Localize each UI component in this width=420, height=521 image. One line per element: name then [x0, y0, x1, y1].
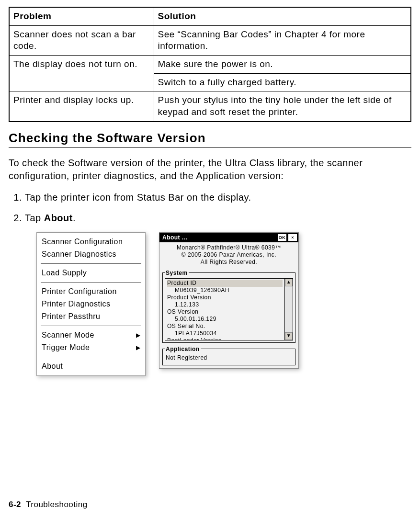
chevron-right-icon: ▶ [136, 344, 140, 351]
menu-label: Printer Configuration [42, 287, 117, 296]
menu-label: Printer Diagnostics [42, 300, 110, 308]
table-cell: Switch to a fully charged battery. [154, 73, 411, 91]
menu-item-printer-passthru[interactable]: Printer Passthru [37, 310, 145, 323]
menu-item-scanner-configuration[interactable]: Scanner Configuration [37, 236, 145, 248]
table-cell: Push your stylus into the tiny hole unde… [154, 91, 411, 122]
system-row[interactable]: 5.00.01.16.129 [167, 316, 283, 323]
about-header-line: All Rights Reserved. [162, 259, 295, 266]
about-titlebar: About ... OK × [159, 233, 298, 242]
ok-button[interactable]: OK [277, 234, 287, 241]
system-group: System Product IDM06039_126390AHProduct … [162, 270, 295, 343]
scrollbar[interactable]: ▲ ▼ [284, 279, 293, 340]
menu-label: Printer Passthru [42, 312, 100, 321]
menu-item-scanner-mode[interactable]: Scanner Mode▶ [37, 329, 145, 341]
page-number: 6-2 [9, 500, 21, 509]
page-footer: 6-2 Troubleshooting [9, 500, 88, 510]
table-cell: The display does not turn on. [9, 56, 154, 91]
menu-label: Scanner Mode [42, 331, 94, 340]
menu-item-trigger-mode[interactable]: Trigger Mode▶ [37, 341, 145, 354]
section-rule [9, 147, 411, 148]
menu-label: Load Supply [42, 269, 87, 277]
section-heading: Checking the Software Version [9, 131, 411, 146]
system-row[interactable]: 1PLA17J50034 [167, 330, 283, 337]
table-cell: Scanner does not scan a bar code. [9, 25, 154, 55]
about-dialog: About ... OK × Monarch® Pathfinder® Ultr… [159, 232, 299, 369]
about-header-line: Monarch® Pathfinder® Ultra® 6039™ [162, 244, 295, 251]
troubleshooting-table: Problem Solution Scanner does not scan a… [9, 7, 411, 122]
printer-context-menu: Scanner Configuration Scanner Diagnostic… [36, 232, 146, 376]
system-row[interactable]: Product ID [167, 280, 283, 287]
about-title: About ... [162, 234, 187, 241]
menu-label: About [42, 362, 63, 371]
table-cell: See “Scanning Bar Codes” in Chapter 4 fo… [154, 25, 411, 55]
system-row[interactable]: 1.12.133 [167, 301, 283, 308]
col-solution: Solution [154, 7, 411, 25]
about-header: Monarch® Pathfinder® Ultra® 6039™ © 2005… [159, 242, 298, 269]
application-value: Not Registered [163, 352, 295, 365]
system-row[interactable]: OS Serial No. [167, 323, 283, 330]
application-group: Application Not Registered [162, 346, 295, 365]
menu-item-load-supply[interactable]: Load Supply [37, 267, 145, 279]
menu-item-scanner-diagnostics[interactable]: Scanner Diagnostics [37, 248, 145, 260]
menu-item-printer-configuration[interactable]: Printer Configuration [37, 285, 145, 298]
menu-item-printer-diagnostics[interactable]: Printer Diagnostics [37, 298, 145, 310]
step-2: Tap About. [25, 212, 411, 225]
menu-label: Scanner Diagnostics [42, 250, 116, 259]
system-row[interactable]: Product Version [167, 294, 283, 301]
steps-list: Tap the printer icon from Status Bar on … [9, 191, 411, 225]
step-bold: About [44, 213, 73, 223]
table-cell: Printer and display locks up. [9, 91, 154, 122]
system-row[interactable]: OS Version [167, 308, 283, 316]
menu-label: Trigger Mode [42, 343, 90, 352]
col-problem: Problem [9, 7, 154, 25]
about-header-line: © 2005-2006 Paxar Americas, Inc. [162, 251, 295, 259]
menu-label: Scanner Configuration [42, 238, 123, 246]
system-legend: System [165, 270, 189, 276]
scroll-up-icon[interactable]: ▲ [285, 279, 293, 286]
system-row[interactable]: BootLoader Version [167, 337, 283, 340]
system-row[interactable]: M06039_126390AH [167, 287, 283, 294]
step-text: Tap the printer icon from Status Bar on … [25, 192, 251, 203]
scroll-down-icon[interactable]: ▼ [285, 332, 293, 340]
footer-label: Troubleshooting [26, 500, 87, 509]
chevron-right-icon: ▶ [136, 332, 140, 339]
system-list-content: Product IDM06039_126390AHProduct Version… [165, 279, 284, 340]
step-1: Tap the printer icon from Status Bar on … [25, 191, 411, 204]
screenshot-row: Scanner Configuration Scanner Diagnostic… [36, 232, 411, 376]
system-listbox[interactable]: Product IDM06039_126390AHProduct Version… [165, 278, 293, 340]
close-icon[interactable]: × [288, 234, 297, 241]
table-cell: Make sure the power is on. [154, 56, 411, 74]
intro-paragraph: To check the Software version of the pri… [9, 157, 411, 182]
menu-item-about[interactable]: About [37, 360, 145, 373]
application-legend: Application [165, 346, 201, 352]
